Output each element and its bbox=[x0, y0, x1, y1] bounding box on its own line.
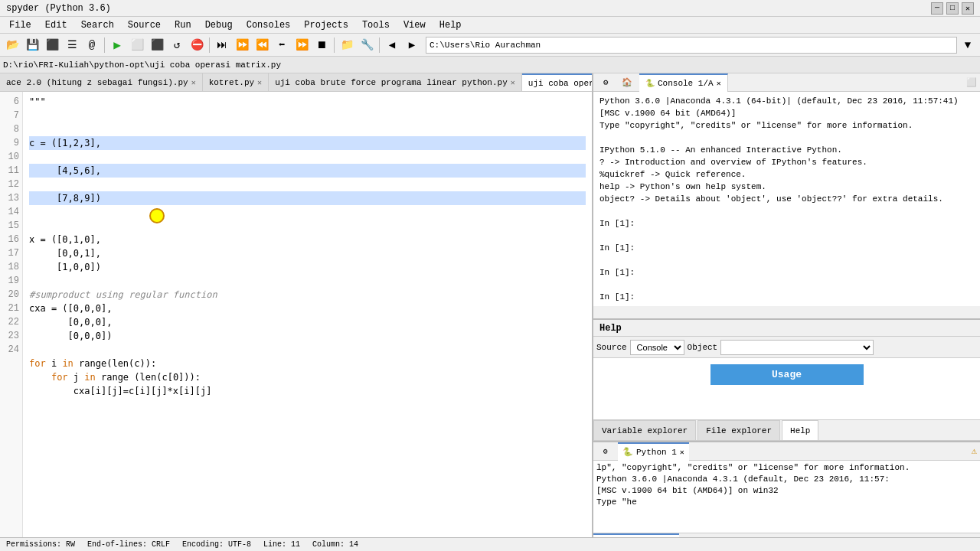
run-button[interactable]: ▶ bbox=[108, 36, 126, 54]
save-all-button[interactable]: ⬛ bbox=[43, 36, 61, 54]
run-cell-button[interactable]: ⬛ bbox=[148, 36, 166, 54]
tab-ace2-label: ace 2.0 (hitung z sebagai fungsi).py bbox=[6, 78, 188, 87]
python-console-section: ⚙ 🐍 Python 1 ✕ ⚠ lp", "copyright", "cred… bbox=[593, 441, 980, 533]
tab-kotret-close[interactable]: ✕ bbox=[257, 78, 262, 87]
bottom-tabs: Variable explorer File explorer Help bbox=[593, 419, 980, 441]
help-content: Usage bbox=[593, 358, 980, 419]
menu-help[interactable]: Help bbox=[433, 18, 468, 32]
python-console-content[interactable]: lp", "copyright", "credits" or "license"… bbox=[593, 461, 980, 533]
right-panel: ⚙ 🏠 🐍 Console 1/A ✕ ⬜ Python 3.6.0 |Anac… bbox=[593, 73, 980, 551]
line-numbers: 6 7 8 9 10 11 12 13 14 15 16 17 18 19 20… bbox=[0, 92, 23, 540]
tab-kotret[interactable]: kotret.py ✕ bbox=[203, 73, 269, 92]
menu-tools[interactable]: Tools bbox=[356, 18, 396, 32]
help-header: Help bbox=[593, 320, 980, 337]
back-button[interactable]: ◀ bbox=[383, 36, 401, 54]
ipython-area: ⚙ 🏠 🐍 Console 1/A ✕ ⬜ Python 3.6.0 |Anac… bbox=[593, 73, 980, 318]
editor-tabs: ace 2.0 (hitung z sebagai fungsi).py ✕ k… bbox=[0, 73, 592, 92]
refresh-button[interactable]: ↺ bbox=[168, 36, 186, 54]
ipython-settings-button[interactable]: ⚙ bbox=[596, 73, 615, 92]
ipython-icon: 🐍 bbox=[645, 79, 655, 88]
python-warning-icon: ⚠ bbox=[972, 445, 977, 457]
python-console-tab[interactable]: 🐍 Python 1 ✕ bbox=[618, 442, 689, 461]
permissions-status: Permissions: RW bbox=[6, 540, 75, 549]
menu-search[interactable]: Search bbox=[75, 18, 120, 32]
ipython-console-header: ⚙ 🏠 🐍 Console 1/A ✕ ⬜ bbox=[593, 73, 980, 92]
python-console-settings[interactable]: ⚙ bbox=[596, 442, 615, 461]
menu-file[interactable]: File bbox=[3, 18, 38, 32]
menu-view[interactable]: View bbox=[397, 18, 432, 32]
minimize-button[interactable]: ─ bbox=[931, 2, 943, 15]
maximize-button[interactable]: □ bbox=[946, 2, 959, 15]
at-button[interactable]: @ bbox=[83, 36, 101, 54]
ipython-button[interactable]: 🔧 bbox=[358, 36, 376, 54]
menu-run[interactable]: Run bbox=[168, 18, 198, 32]
python-console-header: ⚙ 🐍 Python 1 ✕ ⚠ bbox=[593, 442, 980, 461]
tab-matrix-label: uji coba operasi matrix.py bbox=[528, 79, 592, 88]
open-file-button[interactable]: 📂 bbox=[3, 36, 21, 54]
stop-button[interactable]: ⛔ bbox=[188, 36, 206, 54]
column-status: Column: 14 bbox=[312, 540, 358, 549]
editor-panel: ace 2.0 (hitung z sebagai fungsi).py ✕ k… bbox=[0, 73, 593, 551]
help-title: Help bbox=[599, 323, 622, 334]
ipython-expand-icon[interactable]: ⬜ bbox=[966, 77, 977, 87]
debug-btn5[interactable]: ⏩ bbox=[292, 36, 311, 54]
code-area[interactable]: """ c = ([1,2,3], [4,5,6], [7,8,9]) x = … bbox=[23, 92, 592, 540]
eol-status: End-of-lines: CRLF bbox=[87, 540, 170, 549]
toolbar-sep-1 bbox=[104, 37, 105, 53]
debug-next-button[interactable]: ⏩ bbox=[233, 36, 251, 54]
tab-help[interactable]: Help bbox=[782, 420, 818, 440]
menu-debug[interactable]: Debug bbox=[199, 18, 239, 32]
list-button[interactable]: ☰ bbox=[63, 36, 81, 54]
tab-brute-force[interactable]: uji coba brute force programa linear pyt… bbox=[269, 73, 522, 92]
menu-projects[interactable]: Projects bbox=[298, 18, 354, 32]
menu-edit[interactable]: Edit bbox=[39, 18, 74, 32]
tab-brute-force-close[interactable]: ✕ bbox=[511, 78, 515, 87]
tab-ace2-close[interactable]: ✕ bbox=[191, 78, 196, 87]
cursor-indicator bbox=[149, 208, 165, 223]
tab-matrix[interactable]: uji coba operasi matrix.py ✕ bbox=[522, 73, 592, 92]
filepath-bar: D:\rio\FRI-Kuliah\python-opt\uji coba op… bbox=[0, 57, 980, 73]
status-bar: Permissions: RW End-of-lines: CRLF Encod… bbox=[0, 537, 980, 551]
toolbar: 📂 💾 ⬛ ☰ @ ▶ ⬜ ⬛ ↺ ⛔ ⏭ ⏩ ⏪ ⬅ ⏩ ⏹ 📁 🔧 ◀ ▶ … bbox=[0, 34, 980, 57]
current-file-path: D:\rio\FRI-Kuliah\python-opt\uji coba op… bbox=[3, 60, 281, 70]
menu-source[interactable]: Source bbox=[122, 18, 167, 32]
menu-consoles[interactable]: Consoles bbox=[240, 18, 297, 32]
python-snake-icon: 🐍 bbox=[622, 447, 633, 457]
menu-bar: File Edit Search Source Run Debug Consol… bbox=[0, 17, 980, 34]
source-label: Source bbox=[596, 343, 627, 352]
tab-ace2[interactable]: ace 2.0 (hitung z sebagai fungsi).py ✕ bbox=[0, 73, 203, 92]
path-display: C:\Users\Rio Aurachman bbox=[426, 37, 957, 54]
debug-btn3[interactable]: ⏪ bbox=[253, 36, 271, 54]
object-dropdown[interactable] bbox=[720, 340, 874, 355]
ipython-console-tab[interactable]: 🐍 Console 1/A ✕ bbox=[639, 73, 728, 92]
forward-button[interactable]: ▶ bbox=[403, 36, 421, 54]
ipython-console-content[interactable]: Python 3.6.0 |Anaconda 4.3.1 (64-bit)| (… bbox=[593, 92, 980, 306]
help-section: Help Source Console Object Usage bbox=[593, 318, 980, 419]
path-dropdown[interactable]: ▼ bbox=[959, 36, 977, 54]
encoding-status: Encoding: UTF-8 bbox=[182, 540, 251, 549]
debug-step-button[interactable]: ⏭ bbox=[213, 36, 231, 54]
toolbar-sep-3 bbox=[334, 37, 335, 53]
line-status: Line: 11 bbox=[263, 540, 300, 549]
usage-button[interactable]: Usage bbox=[710, 364, 864, 385]
save-file-button[interactable]: 💾 bbox=[23, 36, 41, 54]
python-tab-close[interactable]: ✕ bbox=[680, 448, 684, 457]
set-path-button[interactable]: 📁 bbox=[338, 36, 356, 54]
run-file-button[interactable]: ⬜ bbox=[128, 36, 146, 54]
title-bar: spyder (Python 3.6) ─ □ ✕ bbox=[0, 0, 980, 17]
debug-stop-button[interactable]: ⏹ bbox=[312, 36, 331, 54]
code-editor: 6 7 8 9 10 11 12 13 14 15 16 17 18 19 20… bbox=[0, 92, 592, 540]
tab-file-explorer[interactable]: File explorer bbox=[697, 420, 780, 440]
tab-variable-explorer[interactable]: Variable explorer bbox=[593, 420, 696, 440]
object-label: Object bbox=[688, 343, 718, 352]
debug-btn4[interactable]: ⬅ bbox=[273, 36, 291, 54]
tab-brute-force-label: uji coba brute force programa linear pyt… bbox=[275, 78, 508, 87]
source-dropdown[interactable]: Console bbox=[630, 340, 684, 355]
app-title: spyder (Python 3.6) bbox=[6, 3, 111, 14]
close-button[interactable]: ✕ bbox=[962, 2, 974, 15]
python-tab-label: Python 1 bbox=[636, 448, 677, 457]
ipython-tab-close[interactable]: ✕ bbox=[717, 79, 721, 88]
ipython-home-button[interactable]: 🏠 bbox=[618, 73, 636, 92]
main-layout: ace 2.0 (hitung z sebagai fungsi).py ✕ k… bbox=[0, 73, 980, 551]
ipython-tab-label: Console 1/A bbox=[658, 79, 714, 88]
